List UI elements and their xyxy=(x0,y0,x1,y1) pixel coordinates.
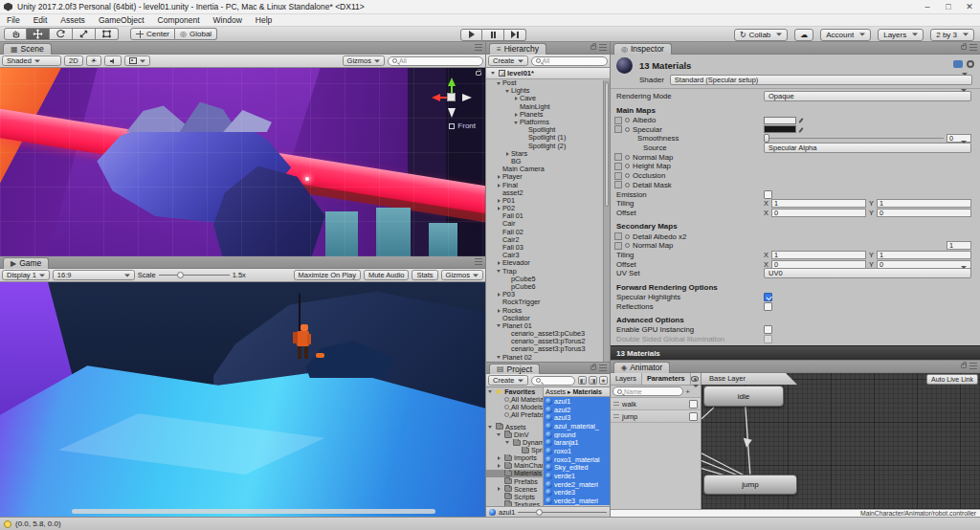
disclosure-triangle-icon[interactable] xyxy=(486,390,494,393)
minimize-button[interactable]: – xyxy=(917,0,938,13)
hierarchy-item[interactable]: cenario_asset3:pTorus3 xyxy=(486,345,610,353)
hierarchy-item[interactable]: Spotlight xyxy=(486,126,610,134)
specular-highlights-checkbox[interactable] xyxy=(764,293,772,301)
stats-toggle[interactable]: Stats xyxy=(412,270,437,280)
folder-item[interactable]: Scenes xyxy=(486,485,543,493)
disclosure-triangle-icon[interactable] xyxy=(495,433,502,436)
parameter-checkbox[interactable] xyxy=(689,400,698,409)
disclosure-triangle-icon[interactable] xyxy=(495,324,502,327)
rendering-mode-dropdown[interactable]: Opaque xyxy=(764,91,971,101)
parameter-row[interactable]: walk xyxy=(611,398,701,410)
material-asset-row[interactable]: verde1 xyxy=(544,472,610,480)
gear-icon[interactable] xyxy=(967,60,974,68)
tab-inspector[interactable]: ◎Inspector xyxy=(613,43,672,55)
drag-handle-icon[interactable] xyxy=(613,402,619,406)
menu-item[interactable]: Component xyxy=(151,15,207,25)
lock-icon[interactable] xyxy=(476,71,481,76)
gpu-instancing-checkbox[interactable] xyxy=(764,325,772,334)
target-circle-icon[interactable] xyxy=(625,118,630,122)
disclosure-triangle-icon[interactable] xyxy=(503,152,511,156)
folder-item[interactable]: Scripts xyxy=(486,493,543,500)
tab-scene[interactable]: ▦Scene xyxy=(3,43,52,55)
hierarchy-item[interactable]: Player xyxy=(486,173,610,181)
disclosure-triangle-icon[interactable] xyxy=(495,487,502,491)
scale-slider[interactable] xyxy=(159,275,230,276)
menu-item[interactable]: Edit xyxy=(27,15,55,25)
material-asset-row[interactable]: laranja1 xyxy=(544,438,610,447)
asset-zoom-slider[interactable] xyxy=(518,512,607,513)
material-asset-row[interactable]: roxo1 xyxy=(544,447,610,455)
scene-root-row[interactable]: level01* xyxy=(486,68,610,79)
hierarchy-item[interactable]: Platforms xyxy=(486,119,610,126)
hierarchy-item[interactable]: Planet 02 xyxy=(486,354,610,362)
panel-menu-icon[interactable] xyxy=(599,44,607,51)
material-asset-row[interactable]: azul2 xyxy=(544,406,610,414)
tiling-x-field[interactable]: 1 xyxy=(771,199,866,208)
detail-mask-slot[interactable] xyxy=(614,181,622,188)
lock-icon[interactable] xyxy=(961,45,967,50)
game-viewport[interactable] xyxy=(0,282,485,517)
secondary-normal-slot[interactable] xyxy=(614,242,622,250)
lock-icon[interactable] xyxy=(590,45,596,50)
audio-toggle[interactable] xyxy=(104,55,122,66)
create-button[interactable]: Create xyxy=(488,55,528,66)
sec-tiling-x-field[interactable]: 1 xyxy=(771,251,866,259)
hierarchy-item[interactable]: pCube6 xyxy=(486,283,610,291)
layer-breadcrumb[interactable]: Base Layer xyxy=(702,373,797,385)
disclosure-triangle-icon[interactable] xyxy=(495,270,502,273)
favorites-item[interactable]: All Models xyxy=(486,403,543,410)
folder-item[interactable]: MainChara xyxy=(486,462,543,470)
search-by-type-button[interactable]: ◧ xyxy=(578,376,587,385)
hierarchy-item[interactable]: Cave xyxy=(486,95,610,102)
material-asset-row[interactable]: azul3 xyxy=(544,413,610,422)
effects-toggle[interactable] xyxy=(124,55,150,66)
info-icon[interactable] xyxy=(4,520,11,528)
display-dropdown[interactable]: Display 1 xyxy=(2,270,50,280)
gizmo-view-label[interactable]: Front xyxy=(449,121,476,130)
hierarchy-item[interactable]: RockTrigger xyxy=(486,298,610,306)
add-parameter-button[interactable]: + xyxy=(685,387,699,396)
menu-item[interactable]: Window xyxy=(207,15,249,25)
disclosure-triangle-icon[interactable] xyxy=(503,90,511,93)
tab-project[interactable]: ▤Project xyxy=(489,364,540,374)
rect-tool-button[interactable] xyxy=(96,28,119,40)
hierarchy-item[interactable]: BG xyxy=(486,158,610,166)
material-asset-row[interactable]: verde2_materi xyxy=(544,480,610,489)
drag-handle-icon[interactable] xyxy=(613,414,619,418)
menu-item[interactable]: File xyxy=(0,15,27,25)
disclosure-triangle-icon[interactable] xyxy=(495,309,502,313)
disclosure-triangle-icon[interactable] xyxy=(495,207,502,210)
hierarchy-item[interactable]: Lights xyxy=(486,87,610,95)
hierarchy-item[interactable]: asset2 xyxy=(486,189,610,197)
specular-color-swatch[interactable] xyxy=(764,125,796,133)
hierarchy-item[interactable]: P02 xyxy=(486,205,610,212)
disclosure-triangle-icon[interactable] xyxy=(495,293,502,297)
folder-item[interactable]: Imports xyxy=(486,454,543,462)
pivot-center-button[interactable]: Center xyxy=(130,28,175,40)
hierarchy-item[interactable]: Final xyxy=(486,181,610,188)
folder-item[interactable]: Dynamic xyxy=(486,439,543,447)
secondary-normal-value-field[interactable]: 1 xyxy=(947,241,971,250)
disclosure-triangle-icon[interactable] xyxy=(495,356,502,359)
disclosure-triangle-icon[interactable] xyxy=(495,464,502,468)
menu-item[interactable]: Help xyxy=(249,15,278,25)
project-search-input[interactable] xyxy=(531,376,575,386)
rotate-tool-button[interactable] xyxy=(50,28,73,40)
2d-toggle[interactable]: 2D xyxy=(64,55,83,66)
parameter-row[interactable]: jump xyxy=(611,410,701,423)
parameter-search-input[interactable]: Name xyxy=(612,386,683,396)
panel-menu-icon[interactable] xyxy=(475,44,482,51)
hierarchy-item[interactable]: Oscilator xyxy=(486,315,610,322)
disclosure-triangle-icon[interactable] xyxy=(489,72,497,75)
albedo-color-swatch[interactable] xyxy=(764,117,796,124)
hierarchy-item[interactable]: Trap xyxy=(486,268,610,276)
create-button[interactable]: Create xyxy=(488,375,528,386)
hierarchy-item[interactable]: Cair xyxy=(486,220,610,228)
pause-button[interactable] xyxy=(482,29,504,41)
reflections-checkbox[interactable] xyxy=(764,302,772,311)
collab-button[interactable]: ↻Collab xyxy=(734,29,788,41)
smoothness-value-field[interactable]: 0 xyxy=(947,134,971,143)
occlusion-slot[interactable] xyxy=(614,172,622,180)
eyedropper-icon[interactable] xyxy=(799,126,806,133)
scene-viewport[interactable]: Front xyxy=(0,68,485,256)
